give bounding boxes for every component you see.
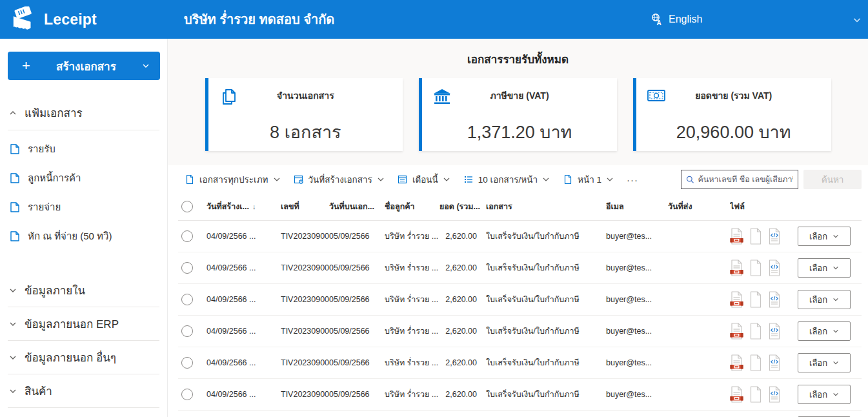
document-type-cell: ใบเสร็จรับเงิน/ใบกำกับภาษี bbox=[486, 356, 606, 369]
document-file-icon[interactable] bbox=[749, 386, 762, 403]
document-date-cell: 05/09/2566 bbox=[329, 232, 385, 241]
column-header-sent-date[interactable]: วันที่ส่ง bbox=[668, 200, 730, 213]
pdf-file-icon[interactable] bbox=[730, 323, 743, 340]
sidebar-folder-item[interactable]: รายจ่าย bbox=[8, 192, 159, 221]
main-content: เอกสารรายรับทั้งหมด จำนวนเอกสาร 8 เอกสาร bbox=[168, 39, 868, 417]
created-date-cell: 04/09/2566 ... bbox=[207, 232, 281, 241]
column-header-created[interactable]: วันที่สร้างเ...↓ bbox=[207, 200, 281, 213]
filter-document-type[interactable]: เอกสารทุกประเภท bbox=[178, 168, 287, 190]
sidebar-section[interactable]: ข้อมูลภายใน bbox=[8, 274, 159, 307]
table-row: 04/09/2566 ... TIV20230900 05/09/2566 บร… bbox=[178, 411, 862, 417]
choose-action-button[interactable]: เลือก bbox=[798, 258, 851, 278]
document-page-icon bbox=[9, 172, 21, 184]
pdf-file-icon[interactable] bbox=[730, 354, 743, 371]
chevron-down-icon bbox=[443, 176, 450, 183]
chevron-down-icon bbox=[142, 62, 150, 70]
search-box[interactable] bbox=[681, 170, 798, 189]
table-row: 04/09/2566 ... TIV20230900 05/09/2566 บร… bbox=[178, 316, 862, 347]
sidebar-folder-item[interactable]: หัก ณ ที่จ่าย (50 ทวิ) bbox=[8, 221, 159, 250]
column-header-document[interactable]: เอกสาร bbox=[486, 200, 606, 213]
create-document-label: สร้างเอกสาร bbox=[30, 57, 142, 75]
xml-file-icon[interactable] bbox=[768, 386, 781, 403]
row-select-radio[interactable] bbox=[181, 389, 193, 400]
chevron-down-icon bbox=[9, 320, 17, 328]
chevron-down-icon bbox=[833, 360, 839, 366]
row-select-radio[interactable] bbox=[181, 357, 193, 369]
choose-label: เลือก bbox=[809, 230, 827, 243]
xml-file-icon[interactable] bbox=[768, 291, 781, 308]
column-header-email[interactable]: อีเมล bbox=[606, 200, 668, 213]
chevron-down-icon bbox=[833, 296, 839, 303]
pdf-file-icon[interactable] bbox=[730, 291, 743, 308]
created-date-cell: 04/09/2566 ... bbox=[207, 295, 281, 304]
document-file-icon[interactable] bbox=[749, 354, 762, 371]
xml-file-icon[interactable] bbox=[768, 259, 781, 276]
document-type-cell: ใบเสร็จรับเงิน/ใบกำกับภาษี bbox=[486, 325, 606, 338]
row-select-radio[interactable] bbox=[181, 294, 193, 305]
xml-file-icon[interactable] bbox=[768, 228, 781, 245]
email-cell: buyer@tes... bbox=[606, 358, 668, 367]
sidebar-item-label: รายรับ bbox=[28, 141, 56, 157]
filter-page-size[interactable]: 10 เอกสาร/หน้า bbox=[457, 168, 556, 190]
column-header-customer[interactable]: ชื่อลูกค้า bbox=[385, 200, 439, 213]
column-header-files[interactable]: ไฟล์ bbox=[730, 200, 798, 213]
page-icon bbox=[563, 174, 573, 185]
topbar-chevron-down-icon[interactable] bbox=[853, 15, 862, 25]
sidebar-folder-item[interactable]: ลูกหนี้การค้า bbox=[8, 163, 159, 192]
choose-label: เลือก bbox=[809, 388, 827, 402]
select-all-radio[interactable] bbox=[181, 201, 193, 212]
row-select-radio[interactable] bbox=[181, 230, 193, 242]
amount-cell: 2,620.00 bbox=[439, 327, 486, 336]
calendar-icon bbox=[398, 174, 408, 185]
document-date-cell: 05/09/2566 bbox=[329, 358, 385, 367]
sidebar-section[interactable]: ข้อมูลภายนอก ERP bbox=[8, 307, 159, 341]
sidebar-folder-item[interactable]: รายรับ bbox=[8, 134, 159, 163]
table-body: 04/09/2566 ... TIV20230900 05/09/2566 บร… bbox=[178, 221, 862, 417]
sidebar-section[interactable]: รายงาน bbox=[8, 408, 159, 417]
column-header-doc-date[interactable]: วันที่บนเอก... bbox=[329, 200, 385, 213]
search-button[interactable]: ค้นหา bbox=[803, 170, 862, 189]
row-select-radio[interactable] bbox=[181, 262, 193, 274]
app-logo[interactable]: Leceipt bbox=[0, 6, 168, 32]
column-header-number[interactable]: เลขที่ bbox=[281, 200, 329, 213]
customer-cell: บริษัท ร่ำรวย ... bbox=[385, 230, 439, 243]
column-header-amount[interactable]: ยอด (รวม... bbox=[439, 200, 486, 213]
pdf-file-icon[interactable] bbox=[730, 259, 743, 276]
app-name: Leceipt bbox=[44, 11, 97, 28]
create-document-button[interactable]: + สร้างเอกสาร bbox=[8, 52, 160, 80]
chevron-down-icon bbox=[833, 328, 839, 334]
pdf-file-icon[interactable] bbox=[730, 386, 743, 403]
document-page-icon bbox=[9, 143, 21, 155]
sidebar-section[interactable]: ข้อมูลภายนอก อื่นๆ bbox=[8, 341, 159, 374]
choose-label: เลือก bbox=[809, 293, 827, 307]
choose-label: เลือก bbox=[809, 325, 827, 338]
choose-action-button[interactable]: เลือก bbox=[798, 227, 851, 246]
pdf-file-icon[interactable] bbox=[730, 228, 743, 245]
search-input[interactable] bbox=[698, 175, 793, 184]
choose-action-button[interactable]: เลือก bbox=[798, 385, 851, 404]
xml-file-icon[interactable] bbox=[768, 323, 781, 340]
choose-action-button[interactable]: เลือก bbox=[798, 321, 851, 341]
sidebar-item-label: รายจ่าย bbox=[28, 199, 61, 215]
sidebar-section[interactable]: สินค้า bbox=[8, 374, 159, 408]
document-file-icon[interactable] bbox=[749, 291, 762, 308]
xml-file-icon[interactable] bbox=[768, 354, 781, 371]
document-file-icon[interactable] bbox=[749, 228, 762, 245]
document-file-icon[interactable] bbox=[749, 323, 762, 340]
sidebar-section-folders[interactable]: แฟ้มเอกสาร bbox=[8, 96, 159, 130]
choose-action-button[interactable]: เลือก bbox=[798, 290, 851, 309]
row-select-radio[interactable] bbox=[181, 325, 193, 337]
document-page-icon bbox=[9, 230, 21, 242]
customer-cell: บริษัท ร่ำรวย ... bbox=[385, 293, 439, 306]
chevron-down-icon bbox=[273, 176, 281, 183]
document-file-icon[interactable] bbox=[749, 259, 762, 276]
filter-page[interactable]: หน้า 1 bbox=[556, 168, 620, 190]
language-selector[interactable]: A English bbox=[651, 0, 702, 39]
filter-period[interactable]: เดือนนี้ bbox=[391, 168, 457, 190]
more-commands-button[interactable]: ··· bbox=[620, 174, 645, 185]
choose-action-button[interactable]: เลือก bbox=[798, 353, 851, 372]
email-cell: buyer@tes... bbox=[606, 390, 668, 399]
email-cell: buyer@tes... bbox=[606, 295, 668, 304]
chevron-up-icon bbox=[9, 109, 17, 117]
filter-date-field[interactable]: วันที่สร้างเอกสาร bbox=[287, 168, 391, 190]
